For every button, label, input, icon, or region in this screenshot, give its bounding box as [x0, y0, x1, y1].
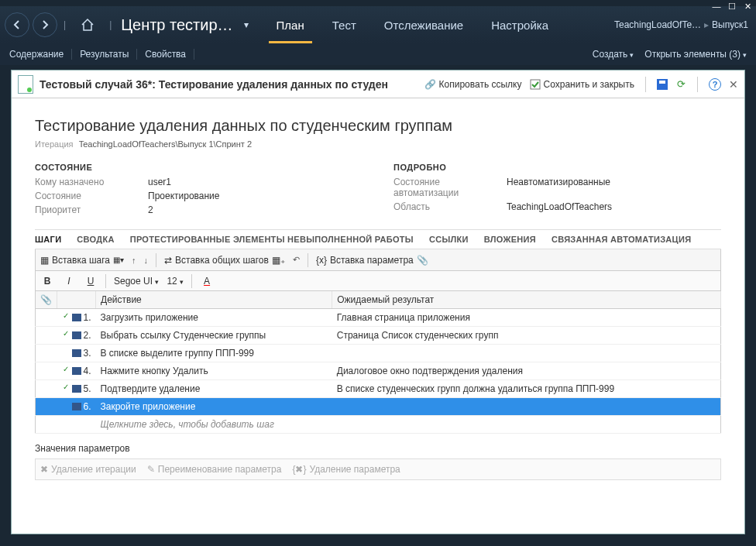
close-panel-icon[interactable]: ✕: [729, 78, 738, 91]
step-attach[interactable]: [36, 362, 57, 380]
move-down-icon[interactable]: ↓: [144, 256, 149, 265]
font-select[interactable]: Segoe UI ▾: [114, 276, 159, 287]
attach-icon: 📎: [417, 255, 428, 266]
step-num: 2.: [57, 327, 96, 345]
size-select[interactable]: 12 ▾: [167, 276, 184, 287]
move-up-icon[interactable]: ↑: [132, 256, 136, 265]
steps-table: 📎 Действие Ожидаемый результат 1.Загрузи…: [35, 291, 721, 434]
step-row[interactable]: 1.Загрузить приложениеГлавная страница п…: [36, 309, 721, 327]
section-tab[interactable]: ВЛОЖЕНИЯ: [484, 235, 536, 244]
insert-step-button[interactable]: ▦ Вставка шага ▦▾: [40, 255, 124, 266]
insert-shared-button[interactable]: ⇄ Вставка общих шагов ▦₊: [164, 255, 285, 266]
window-minimize[interactable]: —: [711, 2, 722, 12]
step-action[interactable]: Выбрать ссылку Студенческие группы: [96, 327, 332, 345]
step-toolbar: ▦ Вставка шага ▦▾ ↑ ↓ ⇄ Вставка общих ша…: [35, 249, 721, 271]
help-icon[interactable]: ?: [709, 78, 721, 91]
step-expected[interactable]: [332, 345, 721, 362]
underline-button[interactable]: U: [84, 276, 98, 287]
field-value[interactable]: Неавтоматизированные: [507, 177, 610, 198]
step-expected[interactable]: Диалоговое окно подтверждения удаления: [332, 362, 721, 380]
save-icon[interactable]: [657, 79, 668, 90]
tab-тест[interactable]: Тест: [318, 6, 370, 43]
crumb-release[interactable]: Выпуск1: [712, 19, 748, 30]
field-row: Состояние автоматизацииНеавтоматизирован…: [393, 177, 721, 198]
field-value[interactable]: Проектирование: [148, 191, 220, 201]
step-num: 4.: [57, 362, 96, 380]
step-expected[interactable]: Страница Список студенческих групп: [332, 327, 721, 345]
crumb-project[interactable]: TeachingLoadOfTe…: [614, 19, 701, 30]
step-attach[interactable]: [36, 327, 57, 345]
step-action[interactable]: Закройте приложение: [96, 398, 332, 416]
field-value[interactable]: TeachingLoadOfTeachers: [507, 201, 612, 212]
top-nav: | | Центр тестир… ▾ ПланТестОтслеживание…: [0, 6, 756, 43]
delete-param-button[interactable]: {✖}Удаление параметра: [292, 464, 400, 475]
step-attach[interactable]: [36, 380, 57, 398]
step-attach[interactable]: [36, 345, 57, 362]
section-tab[interactable]: СВЯЗАННАЯ АВТОМАТИЗАЦИЯ: [552, 235, 691, 244]
tab-отслеживание[interactable]: Отслеживание: [370, 6, 477, 43]
step-num: 6.: [57, 398, 96, 416]
refresh-icon[interactable]: ⟳: [675, 79, 686, 90]
step-attach[interactable]: [36, 309, 57, 327]
subnav-Свойства[interactable]: Свойства: [137, 49, 194, 60]
insert-param-button[interactable]: {x} Вставка параметра 📎: [316, 255, 428, 266]
subnav-Результаты[interactable]: Результаты: [72, 49, 137, 60]
section-tab[interactable]: ПРОТЕСТИРОВАННЫЕ ЭЛЕМЕНТЫ НЕВЫПОЛНЕННОЙ …: [130, 235, 414, 244]
test-title: Тестирование удаления данных по студенче…: [35, 117, 721, 135]
sub-nav: СодержаниеРезультатыСвойства Создать▾ От…: [0, 43, 756, 65]
step-attach[interactable]: [36, 398, 57, 416]
shared-steps-icon: ⇄: [164, 255, 172, 266]
state-head: СОСТОЯНИЕ: [35, 163, 363, 172]
section-tab[interactable]: ШАГИ: [35, 235, 61, 244]
step-action[interactable]: В списке выделите группу ППП-999: [96, 345, 332, 362]
nav-forward[interactable]: [33, 12, 57, 37]
iteration-line: Итерация TeachingLoadOfTeachers\Выпуск 1…: [35, 139, 721, 149]
tab-план[interactable]: План: [263, 6, 318, 43]
step-expected[interactable]: В списке студенческих групп должна удали…: [332, 380, 721, 398]
nav-sep: |: [64, 19, 66, 30]
step-row[interactable]: 3.В списке выделите группу ППП-999: [36, 345, 721, 362]
font-color-button[interactable]: A: [200, 276, 214, 287]
delete-iteration-button[interactable]: ✖Удаление итерации: [40, 464, 136, 475]
save-close-button[interactable]: Сохранить и закрыть: [530, 79, 634, 90]
section-tab[interactable]: СВОДКА: [77, 235, 114, 244]
field-label: Кому назначено: [35, 177, 143, 187]
step-row[interactable]: 6.Закройте приложение: [36, 398, 721, 416]
field-value[interactable]: user1: [148, 177, 171, 187]
doc-icon: [18, 75, 33, 94]
step-row[interactable]: 2.Выбрать ссылку Студенческие группыСтра…: [36, 327, 721, 345]
undo-icon[interactable]: ↶: [293, 255, 300, 265]
field-label: Состояние автоматизации: [393, 177, 502, 198]
breadcrumb-caret[interactable]: ▾: [244, 19, 249, 30]
bold-button[interactable]: B: [40, 276, 54, 287]
delete-iter-icon: ✖: [40, 464, 48, 475]
step-action[interactable]: Нажмите кнопку Удалить: [96, 362, 332, 380]
step-action[interactable]: Подтвердите удаление: [96, 380, 332, 398]
copy-link-button[interactable]: 🔗 Копировать ссылку: [425, 79, 522, 90]
create-dropdown[interactable]: Создать▾: [593, 49, 634, 60]
step-row[interactable]: 5.Подтвердите удалениеВ списке студенчес…: [36, 380, 721, 398]
home-icon[interactable]: [77, 14, 98, 36]
add-step-placeholder[interactable]: Щелкните здесь, чтобы добавить шаг: [36, 416, 721, 434]
field-value[interactable]: 2: [148, 204, 153, 215]
link-icon: 🔗: [425, 79, 436, 90]
window-close[interactable]: ✕: [742, 2, 753, 12]
tab-настройка[interactable]: Настройка: [477, 6, 562, 43]
italic-button[interactable]: I: [62, 276, 76, 287]
step-row[interactable]: 4.Нажмите кнопку УдалитьДиалоговое окно …: [36, 362, 721, 380]
col-attach: 📎: [36, 291, 57, 309]
tabs-row: ШАГИСВОДКАПРОТЕСТИРОВАННЫЕ ЭЛЕМЕНТЫ НЕВЫ…: [35, 229, 721, 249]
subnav-Содержание[interactable]: Содержание: [9, 49, 72, 60]
field-row: СостояниеПроектирование: [35, 191, 363, 201]
breadcrumb-title[interactable]: Центр тестир…: [121, 16, 232, 34]
step-action[interactable]: Загрузить приложение: [96, 309, 332, 327]
section-tab[interactable]: ССЫЛКИ: [429, 235, 469, 244]
param-toolbar: ✖Удаление итерации ✎Переименование парам…: [35, 458, 721, 480]
rename-param-button[interactable]: ✎Переименование параметра: [147, 464, 282, 475]
nav-back[interactable]: [5, 12, 29, 37]
step-expected[interactable]: [332, 398, 721, 416]
window-maximize[interactable]: ☐: [727, 2, 737, 12]
open-elements-dropdown[interactable]: Открыть элементы (3)▾: [644, 49, 747, 60]
step-expected[interactable]: Главная страница приложения: [332, 309, 721, 327]
detail-head: ПОДРОБНО: [393, 163, 721, 172]
